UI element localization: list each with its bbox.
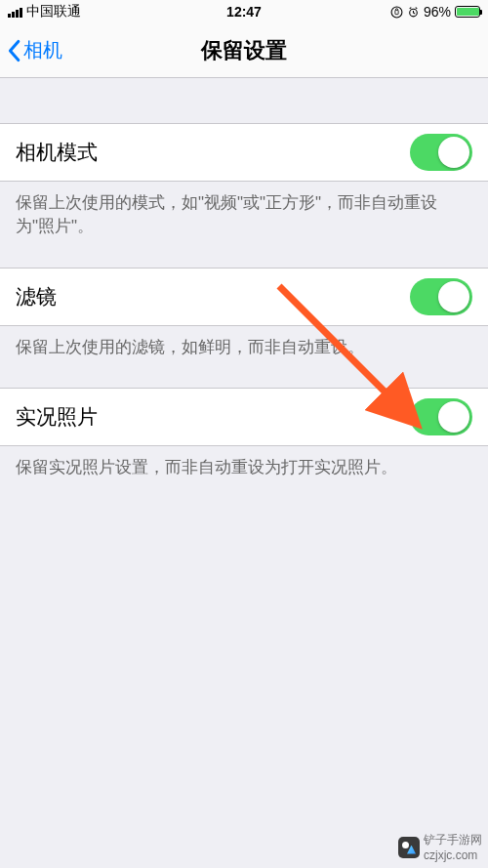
setting-footer-filter: 保留上次使用的滤镜，如鲜明，而非自动重设。 <box>0 326 488 359</box>
setting-label: 实况照片 <box>16 403 98 431</box>
signal-strength-icon <box>8 6 22 18</box>
navigation-bar: 相机 保留设置 <box>0 23 488 78</box>
alarm-icon <box>407 6 420 19</box>
page-title: 保留设置 <box>201 36 287 65</box>
toggle-camera-mode[interactable] <box>410 134 472 171</box>
watermark-brand: 铲子手游网 <box>424 832 482 848</box>
setting-footer-live-photo: 保留实况照片设置，而非自动重设为打开实况照片。 <box>0 446 488 479</box>
status-left: 中国联通 <box>8 3 81 21</box>
svg-rect-1 <box>395 10 398 14</box>
battery-icon <box>455 6 480 18</box>
back-button[interactable]: 相机 <box>6 37 62 63</box>
watermark-url: czjxjc.com <box>424 848 482 862</box>
status-bar: 中国联通 12:47 96% <box>0 0 488 23</box>
setting-label: 滤镜 <box>16 283 57 310</box>
watermark-logo-icon <box>398 837 420 858</box>
orientation-lock-icon <box>390 6 403 19</box>
back-label: 相机 <box>23 37 62 63</box>
setting-row-camera-mode: 相机模式 <box>0 123 488 182</box>
status-right: 96% <box>390 4 480 20</box>
toggle-live-photo[interactable] <box>410 398 472 435</box>
setting-footer-camera-mode: 保留上次使用的模式，如"视频"或"正方形"，而非自动重设为"照片"。 <box>0 182 488 238</box>
setting-label: 相机模式 <box>16 139 98 166</box>
setting-row-filter: 滤镜 <box>0 268 488 326</box>
battery-percentage: 96% <box>424 4 451 20</box>
toggle-filter[interactable] <box>410 278 472 315</box>
clock: 12:47 <box>226 4 262 20</box>
watermark: 铲子手游网 czjxjc.com <box>398 832 482 862</box>
carrier-label: 中国联通 <box>26 3 81 21</box>
setting-row-live-photo: 实况照片 <box>0 388 488 446</box>
chevron-left-icon <box>6 39 21 62</box>
